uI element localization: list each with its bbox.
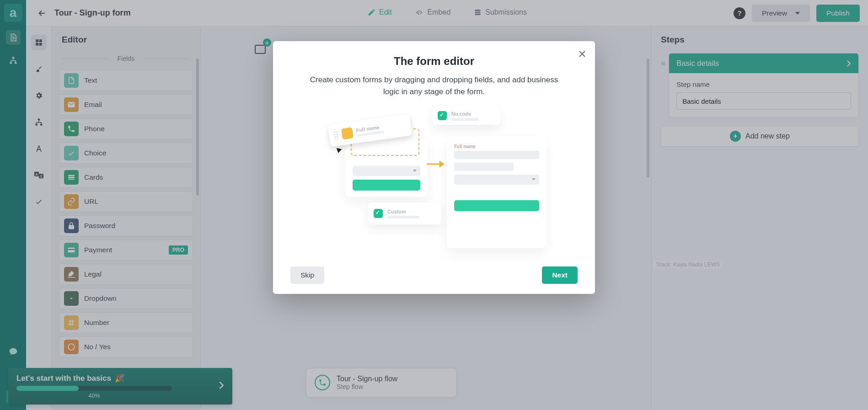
pill-nocode: No code <box>432 106 501 125</box>
modal: The form editor Create custom forms by d… <box>273 41 595 294</box>
modal-illustration: No code Full name Full name <box>290 106 578 262</box>
modal-skip-label: Skip <box>300 271 314 279</box>
illus-card-right: Full name <box>447 137 547 248</box>
modal-title: The form editor <box>290 55 578 68</box>
modal-skip-button[interactable]: Skip <box>290 266 324 284</box>
modal-next-button[interactable]: Next <box>542 266 578 284</box>
arrow-right-icon <box>426 160 446 169</box>
modal-close-button[interactable] <box>576 48 589 60</box>
pill-custom: Custom <box>368 202 441 224</box>
modal-next-label: Next <box>552 271 568 279</box>
modal-overlay[interactable]: The form editor Create custom forms by d… <box>0 0 868 410</box>
modal-body: Create custom forms by dragging and drop… <box>306 74 562 97</box>
